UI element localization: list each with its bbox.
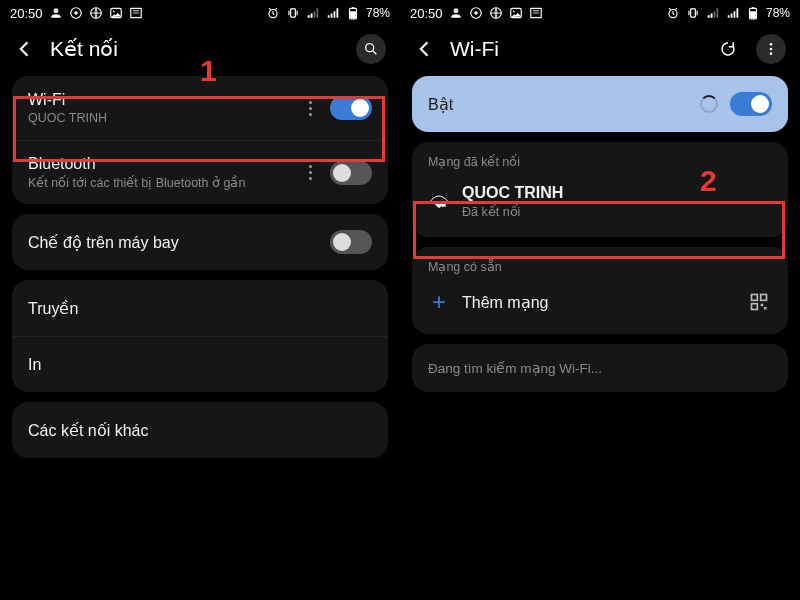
row-cast[interactable]: Truyền xyxy=(12,280,388,336)
qr-scan-button[interactable] xyxy=(746,289,772,315)
bluetooth-toggle[interactable] xyxy=(330,161,372,185)
overflow-button[interactable] xyxy=(756,34,786,64)
row-more-connections[interactable]: Các kết nối khác xyxy=(12,402,388,458)
wifi-toggle[interactable] xyxy=(330,96,372,120)
card-searching: Đang tìm kiếm mạng Wi-Fi... xyxy=(412,344,788,392)
wifi-title: Wi-Fi xyxy=(28,91,290,109)
image-icon xyxy=(109,6,123,20)
alarm-icon xyxy=(666,6,680,20)
battery-percent: 78% xyxy=(766,6,790,20)
person-icon xyxy=(449,6,463,20)
airplane-toggle[interactable] xyxy=(330,230,372,254)
svg-rect-37 xyxy=(764,307,767,310)
status-time: 20:50 xyxy=(10,6,43,21)
svg-rect-35 xyxy=(752,304,758,310)
svg-line-14 xyxy=(373,51,376,54)
wifi-subtitle: QUOC TRINH xyxy=(28,111,290,125)
wifi-master-toggle[interactable] xyxy=(730,92,772,116)
row-airplane[interactable]: Chế độ trên máy bay xyxy=(12,214,388,270)
target-icon xyxy=(69,6,83,20)
vibrate-icon xyxy=(286,6,300,20)
svg-rect-36 xyxy=(761,304,764,307)
row-connected-network[interactable]: QUOC TRINH Đã kết nối xyxy=(412,173,788,237)
target-icon xyxy=(469,6,483,20)
news-icon xyxy=(529,6,543,20)
plus-icon: + xyxy=(428,291,450,313)
row-print[interactable]: In xyxy=(12,336,388,392)
svg-rect-34 xyxy=(761,295,767,301)
signal2-icon xyxy=(326,6,340,20)
svg-point-30 xyxy=(770,52,773,55)
status-bar: 20:50 78% xyxy=(0,0,400,24)
vibrate-icon xyxy=(686,6,700,20)
svg-rect-24 xyxy=(691,9,696,17)
person-icon xyxy=(49,6,63,20)
card-wifi-on: Bật xyxy=(412,76,788,132)
searching-text: Đang tìm kiếm mạng Wi-Fi... xyxy=(412,344,788,392)
svg-rect-33 xyxy=(752,295,758,301)
svg-rect-11 xyxy=(350,11,356,18)
cast-title: Truyền xyxy=(28,299,372,318)
svg-rect-26 xyxy=(750,11,756,18)
signal2-icon xyxy=(726,6,740,20)
svg-rect-27 xyxy=(752,7,754,8)
page-title: Wi-Fi xyxy=(450,37,700,61)
signal1-icon xyxy=(706,6,720,20)
svg-point-29 xyxy=(770,48,773,51)
svg-rect-9 xyxy=(291,9,296,17)
card-connected-network: Mạng đã kết nối QUOC TRINH Đã kết nối xyxy=(412,142,788,237)
bluetooth-title: Bluetooth xyxy=(28,155,290,173)
back-button[interactable] xyxy=(414,38,436,60)
card-airplane: Chế độ trên máy bay xyxy=(12,214,388,270)
more-icon[interactable] xyxy=(302,165,318,180)
print-title: In xyxy=(28,356,372,374)
header-connections: Kết nối xyxy=(0,24,400,76)
svg-point-1 xyxy=(74,11,78,15)
add-network-label: Thêm mạng xyxy=(462,293,734,312)
row-wifi-on[interactable]: Bật xyxy=(412,76,788,132)
svg-point-16 xyxy=(474,11,478,15)
connected-status: Đã kết nối xyxy=(462,204,772,219)
globe-icon xyxy=(489,6,503,20)
card-more: Các kết nối khác xyxy=(12,402,388,458)
wifi-on-label: Bật xyxy=(428,95,688,114)
row-wifi[interactable]: Wi-Fi QUOC TRINH xyxy=(12,76,388,140)
globe-icon xyxy=(89,6,103,20)
status-bar: 20:50 78% xyxy=(400,0,800,24)
card-wireless: Wi-Fi QUOC TRINH Bluetooth Kết nối tới c… xyxy=(12,76,388,204)
svg-point-13 xyxy=(366,44,374,52)
battery-percent: 78% xyxy=(366,6,390,20)
row-bluetooth[interactable]: Bluetooth Kết nối tới các thiết bị Bluet… xyxy=(12,140,388,204)
image-icon xyxy=(509,6,523,20)
svg-point-28 xyxy=(770,43,773,46)
refresh-button[interactable] xyxy=(714,35,742,63)
signal1-icon xyxy=(306,6,320,20)
section-available-label: Mạng có sẵn xyxy=(412,247,788,278)
news-icon xyxy=(129,6,143,20)
bluetooth-subtitle: Kết nối tới các thiết bị Bluetooth ở gần xyxy=(28,175,290,190)
battery-icon xyxy=(346,6,360,20)
row-add-network[interactable]: + Thêm mạng xyxy=(412,278,788,334)
wifi-secure-icon xyxy=(428,190,450,212)
svg-rect-12 xyxy=(352,7,354,8)
connected-ssid: QUOC TRINH xyxy=(462,184,772,202)
loading-spinner-icon xyxy=(700,95,718,113)
svg-point-19 xyxy=(512,10,514,12)
screen-connections: 20:50 78% Kết nối xyxy=(0,0,400,600)
header-wifi: Wi-Fi xyxy=(400,24,800,76)
airplane-title: Chế độ trên máy bay xyxy=(28,233,318,252)
card-cast-print: Truyền In xyxy=(12,280,388,392)
more-title: Các kết nối khác xyxy=(28,421,372,440)
screen-wifi: 20:50 78% Wi-Fi xyxy=(400,0,800,600)
more-icon[interactable] xyxy=(302,101,318,116)
svg-point-4 xyxy=(112,10,114,12)
alarm-icon xyxy=(266,6,280,20)
card-available-networks: Mạng có sẵn + Thêm mạng xyxy=(412,247,788,334)
search-button[interactable] xyxy=(356,34,386,64)
back-button[interactable] xyxy=(14,38,36,60)
battery-icon xyxy=(746,6,760,20)
status-time: 20:50 xyxy=(410,6,443,21)
section-connected-label: Mạng đã kết nối xyxy=(412,142,788,173)
page-title: Kết nối xyxy=(50,37,342,61)
